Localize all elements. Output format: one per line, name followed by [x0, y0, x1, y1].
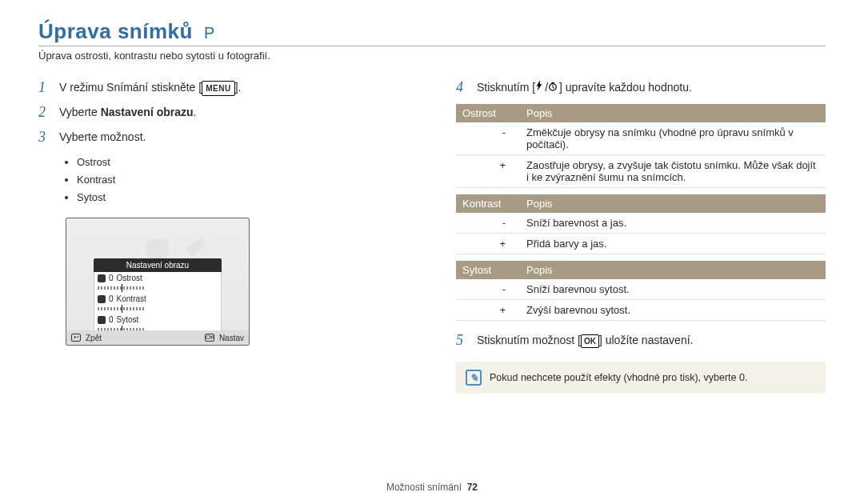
camera-row-kontrast: 0 Kontrast	[94, 293, 221, 305]
table-row: +Přidá barvy a jas.	[456, 234, 826, 254]
footer-section: Možnosti snímání	[386, 482, 462, 493]
note-box: ✎ Pokud nechcete použít efekty (vhodné p…	[456, 362, 826, 394]
step-5-text: Stisknutím možnost [OK] uložíte nastaven…	[477, 332, 826, 349]
sytost-r0-desc: Sníží barevnou sytost.	[520, 279, 826, 300]
camera-footer: ↩ Zpět OK Nastav	[66, 330, 249, 345]
kontrast-r0-desc: Sníží barevnost a jas.	[520, 213, 826, 234]
ostrost-th1: Ostrost	[456, 104, 520, 122]
contrast-icon	[98, 295, 106, 303]
camera-row-1-label: Kontrast	[117, 294, 218, 303]
camera-scale-1	[98, 307, 146, 310]
camera-set-label: Nastav	[219, 334, 244, 342]
camera-row-2-label: Sytost	[117, 315, 218, 324]
camera-overlay-panel: Nastavení obrazu 0 Ostrost 0 Kontrast	[94, 258, 222, 335]
footer-page-number: 72	[467, 482, 478, 493]
kontrast-th2: Popis	[520, 194, 826, 213]
step-1-post: ].	[235, 81, 242, 94]
ok-icon: OK	[581, 334, 599, 348]
step-4-text: Stisknutím [/] upravíte každou hodnotu.	[477, 79, 826, 96]
step-number-2: 2	[38, 104, 51, 121]
camera-scale-0	[98, 286, 146, 290]
camera-row-2-value: 0	[109, 315, 114, 324]
menu-icon: MENU	[202, 81, 234, 96]
step-1-text: V režimu Snímání stiskněte [MENU].	[59, 79, 408, 96]
flash-icon	[535, 79, 545, 96]
table-row: -Změkčuje obrysy na snímku (vhodné pro ú…	[456, 122, 826, 155]
option-list: Ostrost Kontrast Sytost	[67, 154, 408, 206]
left-column: 1 V režimu Snímání stiskněte [MENU]. 2 V…	[38, 79, 408, 394]
step-number-4: 4	[456, 79, 469, 96]
step-5-pre: Stisknutím možnost [	[477, 334, 581, 346]
table-row: +Zaostřuje obrysy, a zvyšuje tak čistotu…	[456, 155, 826, 188]
camera-row-sytost: 0 Sytost	[94, 314, 221, 326]
step-1-pre: V režimu Snímání stiskněte [	[59, 81, 202, 94]
page-mode: P	[204, 24, 214, 42]
option-sytost: Sytost	[77, 189, 408, 206]
camera-back-label: Zpět	[86, 334, 102, 342]
sytost-th2: Popis	[520, 261, 826, 279]
step-2-text: Vyberte Nastavení obrazu.	[59, 104, 408, 121]
option-ostrost: Ostrost	[77, 154, 408, 171]
table-row: +Zvýší barevnou sytost.	[456, 300, 826, 321]
sytost-th1: Sytost	[456, 261, 520, 279]
svg-rect-2	[551, 82, 554, 83]
camera-screen-mock: Nastavení obrazu 0 Ostrost 0 Kontrast	[66, 218, 250, 346]
sytost-r0-sign: -	[456, 279, 520, 300]
sytost-r1-desc: Zvýší barevnou sytost.	[520, 300, 826, 321]
step-3-text: Vyberte možnost.	[59, 129, 408, 146]
table-row: -Sníží barevnou sytost.	[456, 279, 826, 300]
back-icon: ↩	[71, 334, 81, 342]
table-row: -Sníží barevnost a jas.	[456, 213, 826, 234]
step-2-post: .	[194, 106, 197, 118]
sytost-table: Sytost Popis -Sníží barevnou sytost. +Zv…	[456, 261, 826, 321]
ostrost-r1-sign: +	[456, 155, 520, 188]
sytost-r1-sign: +	[456, 300, 520, 321]
page-title: Úprava snímků	[38, 19, 193, 44]
right-column: 4 Stisknutím [/] upravíte každou hodnotu…	[456, 79, 826, 394]
step-5-post: ] uložíte nastavení.	[599, 334, 694, 346]
page-footer: Možnosti snímání 72	[0, 482, 864, 493]
step-4-pre: Stisknutím [	[477, 81, 535, 94]
kontrast-table: Kontrast Popis -Sníží barevnost a jas. +…	[456, 194, 826, 254]
page-subtitle: Úprava ostrosti, kontrastu nebo sytosti …	[38, 46, 826, 62]
step-number-3: 3	[38, 129, 51, 146]
option-kontrast: Kontrast	[77, 171, 408, 189]
step-number-5: 5	[456, 332, 469, 349]
sharpness-icon	[98, 274, 106, 282]
saturation-icon	[98, 316, 106, 324]
camera-row-0-value: 0	[109, 274, 114, 282]
ostrost-table: Ostrost Popis -Změkčuje obrysy na snímku…	[456, 104, 826, 188]
camera-overlay-title: Nastavení obrazu	[94, 258, 222, 272]
kontrast-r0-sign: -	[456, 213, 520, 234]
camera-row-0-label: Ostrost	[117, 274, 218, 282]
step-4-post: ] upravíte každou hodnotu.	[559, 81, 692, 94]
step-2-bold: Nastavení obrazu	[101, 106, 194, 118]
ostrost-th2: Popis	[520, 104, 826, 122]
ostrost-r1-desc: Zaostřuje obrysy, a zvyšuje tak čistotu …	[520, 155, 826, 188]
ok-icon-small: OK	[205, 334, 214, 342]
page-title-row: Úprava snímků P	[38, 19, 826, 44]
info-icon: ✎	[466, 370, 482, 386]
timer-icon	[548, 79, 559, 96]
ostrost-r0-sign: -	[456, 122, 520, 155]
step-2-pre: Vyberte	[59, 106, 101, 118]
camera-row-ostrost: 0 Ostrost	[94, 272, 221, 284]
camera-row-1-value: 0	[109, 294, 114, 303]
ostrost-r0-desc: Změkčuje obrysy na snímku (vhodné pro úp…	[520, 122, 826, 155]
kontrast-r1-sign: +	[456, 234, 520, 254]
note-text: Pokud nechcete použít efekty (vhodné pro…	[490, 372, 747, 383]
kontrast-r1-desc: Přidá barvy a jas.	[520, 234, 826, 254]
kontrast-th1: Kontrast	[456, 194, 520, 213]
step-number-1: 1	[38, 79, 51, 96]
